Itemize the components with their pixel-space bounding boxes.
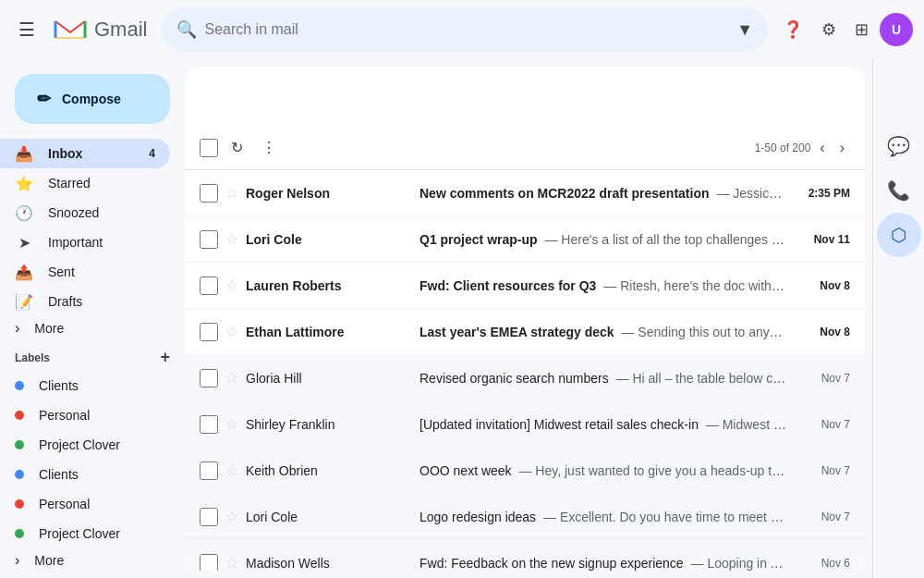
email-row[interactable]: ☆ Lori Cole Q1 project wrap-up — Here's … xyxy=(185,216,865,263)
next-page-button[interactable]: › xyxy=(834,134,850,162)
nav-icon-important: ➤ xyxy=(15,234,33,252)
email-date-0: 2:35 PM xyxy=(795,187,850,200)
star-icon-6[interactable]: ☆ xyxy=(225,461,238,479)
email-row[interactable]: ☆ Shirley Franklin [Updated invitation] … xyxy=(185,401,865,448)
row-checkbox-6[interactable] xyxy=(200,461,218,480)
sidebar-item-sent[interactable]: 📤 Sent xyxy=(0,257,170,287)
email-row[interactable]: ☆ Keith Obrien OOO next week — Hey, just… xyxy=(185,448,865,494)
sidebar-item-inbox[interactable]: 📥 Inbox 4 xyxy=(0,139,170,168)
sidebar-item-drafts[interactable]: 📝 Drafts xyxy=(0,287,170,316)
nav-items: 📥 Inbox 4 ⭐ Starred 🕐 Snoozed ➤ Importan… xyxy=(0,139,185,316)
nav-icon-starred: ⭐ xyxy=(15,175,33,192)
filter-button[interactable]: ▼ xyxy=(736,20,753,40)
star-icon-0[interactable]: ☆ xyxy=(225,184,238,202)
more-icon: › xyxy=(15,320,19,337)
label-name-4: Personal xyxy=(39,497,90,511)
label-item-5[interactable]: Project Clover xyxy=(0,519,170,548)
label-name-0: Clients xyxy=(39,378,79,393)
row-checkbox-1[interactable] xyxy=(200,230,218,249)
labels-more-icon: › xyxy=(15,552,19,569)
subject-3: Last year's EMEA strategy deck xyxy=(419,325,614,339)
label-item-1[interactable]: Personal xyxy=(0,400,170,430)
email-row[interactable]: ☆ Lauren Roberts Fwd: Client resources f… xyxy=(185,263,865,309)
email-date-8: Nov 6 xyxy=(795,557,850,570)
email-row[interactable]: ☆ Lori Cole Logo redesign ideas — Excell… xyxy=(185,494,865,540)
star-icon-4[interactable]: ☆ xyxy=(225,369,238,387)
email-subject-preview-1: Q1 project wrap-up — Here's a list of al… xyxy=(419,232,787,247)
page-info: 1-50 of 200 ‹ › xyxy=(755,134,850,162)
email-row[interactable]: ☆ Roger Nelson New comments on MCR2022 d… xyxy=(185,170,865,216)
label-item-0[interactable]: Clients xyxy=(0,371,170,400)
sidebar-item-important[interactable]: ➤ Important xyxy=(0,228,170,257)
preview-text-7: — Excellent. Do you have time to meet wi… xyxy=(543,510,787,524)
prev-page-button[interactable]: ‹ xyxy=(814,134,830,162)
nav-label-inbox: Inbox xyxy=(48,146,82,161)
nav-label-snoozed: Snoozed xyxy=(48,205,99,220)
refresh-button[interactable]: ↻ xyxy=(225,133,249,162)
labels-more-button[interactable]: › More xyxy=(0,548,170,572)
row-checkbox-0[interactable] xyxy=(200,184,218,203)
email-row[interactable]: ☆ Madison Wells Fwd: Feedback on the new… xyxy=(185,540,865,571)
star-icon-1[interactable]: ☆ xyxy=(225,230,238,248)
search-input[interactable] xyxy=(204,21,729,38)
row-checkbox-2[interactable] xyxy=(200,277,218,295)
email-row[interactable]: ☆ Ethan Lattimore Last year's EMEA strat… xyxy=(185,309,865,355)
search-icon: 🔍 xyxy=(176,19,197,40)
subject-4: Revised organic search numbers xyxy=(419,371,609,386)
more-nav-button[interactable]: › More xyxy=(0,316,170,340)
preview-text-2: — Ritesh, here's the doc with all the cl… xyxy=(603,278,787,293)
star-icon-8[interactable]: ☆ xyxy=(225,554,238,571)
label-item-2[interactable]: Project Clover xyxy=(0,430,170,460)
star-icon-3[interactable]: ☆ xyxy=(225,323,238,340)
email-date-2: Nov 8 xyxy=(795,279,850,292)
right-tab-rooms[interactable]: ⬡ xyxy=(877,213,921,257)
labels-list: Clients Personal Project Clover Clients … xyxy=(0,371,185,548)
add-label-button[interactable]: + xyxy=(160,348,170,367)
email-subject-preview-5: [Updated invitation] Midwest retail sale… xyxy=(419,417,787,432)
preview-text-8: — Looping in Annika. The feedback we've … xyxy=(691,556,787,571)
email-date-6: Nov 7 xyxy=(795,464,850,477)
row-checkbox-7[interactable] xyxy=(200,508,218,526)
compose-button[interactable]: ✏ Compose xyxy=(15,74,170,124)
select-all-checkbox[interactable] xyxy=(200,139,218,157)
label-name-1: Personal xyxy=(39,408,90,423)
star-icon-5[interactable]: ☆ xyxy=(225,415,238,433)
search-bar[interactable]: 🔍 ▼ xyxy=(162,7,768,52)
star-icon-2[interactable]: ☆ xyxy=(225,277,238,294)
right-tab-meet[interactable]: 📞 xyxy=(877,168,921,213)
apps-button[interactable]: ⊞ xyxy=(847,12,876,47)
preview-text-3: — Sending this out to anyone who missed … xyxy=(621,325,787,339)
email-date-3: Nov 8 xyxy=(795,326,850,338)
sender-name-4: Gloria Hill xyxy=(246,371,412,386)
help-button[interactable]: ❓ xyxy=(775,12,810,47)
right-tab-chat[interactable]: 💬 xyxy=(877,124,921,168)
subject-1: Q1 project wrap-up xyxy=(419,232,538,247)
gmail-logo: Gmail xyxy=(54,18,147,42)
toolbar-more-button[interactable]: ⋮ xyxy=(256,133,282,162)
email-list-panel: ↻ ⋮ 1-50 of 200 ‹ › ☆ Roger Nelson New c… xyxy=(185,67,865,571)
email-date-5: Nov 7 xyxy=(795,418,850,431)
star-icon-7[interactable]: ☆ xyxy=(225,508,238,525)
avatar[interactable]: U xyxy=(880,13,913,46)
row-checkbox-3[interactable] xyxy=(200,323,218,341)
row-checkbox-8[interactable] xyxy=(200,554,218,572)
subject-6: OOO next week xyxy=(419,463,512,478)
nav-label-sent: Sent xyxy=(48,264,75,279)
label-item-3[interactable]: Clients xyxy=(0,460,170,489)
email-row[interactable]: ☆ Gloria Hill Revised organic search num… xyxy=(185,355,865,401)
sidebar-item-starred[interactable]: ⭐ Starred xyxy=(0,168,170,198)
nav-icon-drafts: 📝 xyxy=(15,293,33,311)
row-checkbox-4[interactable] xyxy=(200,369,218,387)
email-subject-preview-8: Fwd: Feedback on the new signup experien… xyxy=(419,556,787,571)
sidebar-item-snoozed[interactable]: 🕐 Snoozed xyxy=(0,198,170,228)
menu-button[interactable]: ☰ xyxy=(11,11,43,48)
email-list: ☆ Roger Nelson New comments on MCR2022 d… xyxy=(185,170,865,571)
preview-text-5: — Midwest retail sales check-in @ Tues..… xyxy=(706,417,787,432)
row-checkbox-5[interactable] xyxy=(200,415,218,434)
sender-name-5: Shirley Franklin xyxy=(246,417,412,432)
label-item-4[interactable]: Personal xyxy=(0,489,170,519)
labels-title-text: Labels xyxy=(15,351,50,364)
preview-text-4: — Hi all – the table below contains the … xyxy=(616,371,787,386)
settings-button[interactable]: ⚙ xyxy=(814,12,844,47)
label-dot-0 xyxy=(15,381,24,390)
